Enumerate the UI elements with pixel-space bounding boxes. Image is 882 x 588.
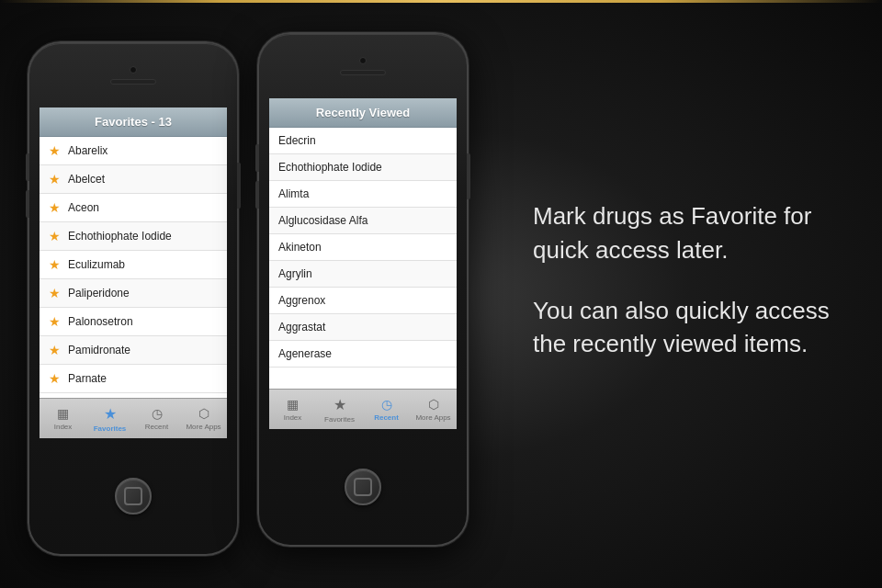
camera [359, 57, 367, 64]
list-item[interactable]: ★ Parnate [40, 365, 227, 393]
tab-recent[interactable]: ◷ Recent [133, 406, 180, 431]
drug-name: Palonosetron [68, 315, 133, 328]
tab-label: Favorites [94, 424, 127, 433]
recently-viewed-screen: Recently Viewed Edecrin Echothiophate Io… [269, 98, 457, 429]
drug-name: Paliperidone [68, 287, 130, 300]
list-item[interactable]: ★ Aceon [40, 194, 227, 222]
list-item[interactable]: Agenerase [269, 341, 457, 368]
tab-bar: ▦ Index ★ Favorites ◷ Recent ⬡ More Apps [269, 389, 457, 429]
tab-label: Recent [145, 423, 168, 431]
drug-name: Echothiophate Iodide [278, 161, 382, 174]
list-item[interactable]: ★ Abelcet [40, 165, 227, 194]
list-item[interactable]: ★ Abarelix [40, 137, 227, 165]
star-icon: ★ [49, 229, 61, 243]
tab-label: More Apps [415, 413, 450, 422]
volume-down-button [26, 190, 29, 218]
tab-label: Index [54, 423, 73, 431]
list-item[interactable]: ★ Pamidronate [40, 336, 227, 365]
favorites-list[interactable]: ★ Abarelix ★ Abelcet ★ Aceon ★ Echothiop… [40, 137, 227, 398]
star-icon: ★ [49, 172, 61, 187]
power-button [467, 153, 470, 199]
tab-label: Favorites [324, 415, 355, 424]
iphone-top-bezel [29, 43, 237, 107]
home-button-inner [124, 487, 142, 505]
list-item[interactable]: ★ Palonosetron [40, 308, 227, 336]
favorites-icon: ★ [334, 396, 346, 413]
power-button [237, 163, 241, 209]
drug-name: Parnate [68, 372, 107, 385]
speaker [110, 79, 156, 85]
favorites-icon: ★ [104, 405, 117, 423]
list-item[interactable]: Agrylin [269, 261, 457, 288]
recently-viewed-list[interactable]: Edecrin Echothiophate Iodide Alimta Algl… [269, 128, 457, 389]
iphone-bottom-bezel [345, 429, 381, 545]
recently-viewed-header: Recently Viewed [269, 98, 457, 128]
index-icon: ▦ [287, 397, 299, 412]
list-item[interactable]: Alimta [269, 181, 457, 208]
star-icon: ★ [49, 286, 61, 300]
iphone-bottom-bezel [115, 438, 152, 554]
volume-up-button [255, 144, 259, 172]
star-icon: ★ [49, 343, 61, 357]
tab-label: More Apps [186, 423, 220, 431]
list-item[interactable]: Echothiophate Iodide [269, 154, 457, 181]
more-apps-icon: ⬡ [428, 397, 439, 412]
drug-name: Echothiophate Iodide [68, 230, 172, 243]
home-button[interactable] [115, 478, 152, 514]
tab-favorites[interactable]: ★ Favorites [316, 396, 363, 424]
tab-index[interactable]: ▦ Index [40, 406, 86, 431]
drug-name: Agrylin [278, 267, 312, 280]
drug-name: Abarelix [68, 144, 107, 157]
tab-label: Recent [374, 413, 399, 422]
home-button-inner [354, 478, 372, 496]
tab-more-apps[interactable]: ⬡ More Apps [180, 406, 227, 431]
recent-icon: ◷ [381, 397, 392, 412]
tab-favorites[interactable]: ★ Favorites [86, 405, 133, 433]
recent-icon: ◷ [152, 406, 163, 421]
index-icon: ▦ [57, 406, 69, 421]
list-item[interactable]: ★ Paliperidone [40, 279, 227, 308]
list-item[interactable]: Alglucosidase Alfa [269, 208, 457, 234]
volume-down-button [255, 181, 259, 209]
tab-label: Index [284, 413, 302, 422]
list-item[interactable]: Aggrastat [269, 314, 457, 341]
iphone-recently-viewed: Recently Viewed Edecrin Echothiophate Io… [257, 32, 469, 547]
favorites-screen: Favorites - 13 ★ Abarelix ★ Abelcet ★ Ac… [40, 107, 227, 438]
drug-name: Alimta [278, 187, 309, 200]
star-icon: ★ [49, 200, 61, 215]
drug-name: Abelcet [68, 173, 105, 186]
drug-name: Alglucosidase Alfa [278, 214, 368, 227]
iphone-favorites: Favorites - 13 ★ Abarelix ★ Abelcet ★ Ac… [28, 41, 239, 556]
star-icon: ★ [49, 314, 61, 329]
favorites-title: Favorites - 13 [95, 115, 172, 129]
drug-name: Akineton [278, 241, 322, 254]
drug-name: Agenerase [278, 347, 332, 360]
camera [130, 66, 137, 74]
star-icon: ★ [49, 143, 61, 158]
drug-name: Eculizumab [68, 258, 125, 271]
drug-name: Aggrenox [278, 294, 325, 307]
drug-name: Edecrin [278, 134, 316, 147]
list-item[interactable]: Akineton [269, 234, 457, 261]
tab-index[interactable]: ▦ Index [269, 397, 316, 422]
list-item[interactable]: Edecrin [269, 128, 457, 154]
iphone-top-bezel [259, 34, 467, 98]
home-button[interactable] [345, 469, 381, 505]
drug-name: Pamidronate [68, 344, 130, 356]
more-apps-icon: ⬡ [198, 406, 209, 421]
description-line1: Mark drugs as Favorite for quick access … [533, 199, 836, 266]
volume-up-button [26, 153, 29, 181]
speaker [340, 70, 386, 75]
tab-bar: ▦ Index ★ Favorites ◷ Recent ⬡ More Apps [40, 398, 227, 438]
list-item[interactable]: ★ Eculizumab [40, 251, 227, 279]
star-icon: ★ [49, 371, 61, 386]
description-panel: Mark drugs as Favorite for quick access … [487, 163, 882, 425]
tab-recent[interactable]: ◷ Recent [363, 397, 410, 422]
list-item[interactable]: ★ Echothiophate Iodide [40, 222, 227, 251]
star-icon: ★ [49, 257, 61, 272]
tab-more-apps[interactable]: ⬡ More Apps [410, 397, 457, 422]
recently-viewed-title: Recently Viewed [316, 106, 410, 119]
phones-container: Favorites - 13 ★ Abarelix ★ Abelcet ★ Ac… [0, 0, 882, 588]
description-line2: You can also quickly access the recently… [533, 294, 836, 361]
list-item[interactable]: Aggrenox [269, 288, 457, 314]
